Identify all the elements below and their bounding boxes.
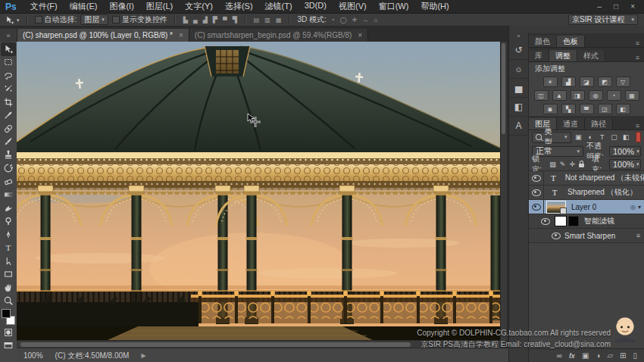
marquee-tool[interactable] <box>1 56 16 70</box>
foreground-color-swatch[interactable] <box>2 309 11 318</box>
tab-paths[interactable]: 路径 <box>585 118 613 130</box>
close-tab-icon[interactable]: × <box>358 31 362 39</box>
character-panel-icon[interactable]: A <box>509 117 528 136</box>
black-white-icon[interactable]: ◨ <box>571 90 585 101</box>
menu-item-window[interactable]: 窗口(W) <box>373 1 415 12</box>
link-layers-icon[interactable]: ∞ <box>557 351 562 360</box>
hand-tool[interactable] <box>1 281 16 295</box>
menu-item-filter[interactable]: 滤镜(T) <box>259 1 299 12</box>
menu-item-file[interactable]: 文件(F) <box>24 1 64 12</box>
zoom-tool[interactable] <box>1 295 16 308</box>
zoom-level-field[interactable]: 100% <box>23 351 43 360</box>
move-tool[interactable] <box>1 42 16 56</box>
opacity-dropdown[interactable]: 100%▾ <box>609 146 641 157</box>
menu-item-view[interactable]: 视图(V) <box>333 1 373 12</box>
layer-row-sharpened[interactable]: T Sharpened （锐化） <box>529 186 644 200</box>
smudge-tool[interactable] <box>1 201 16 215</box>
panel-menu-icon[interactable]: ≡ <box>636 122 644 130</box>
invert-icon[interactable]: ◙ <box>543 104 558 114</box>
align-bottom-edges-icon[interactable]: ▜ <box>232 17 238 23</box>
menu-item-select[interactable]: 选择(S) <box>219 1 259 12</box>
history-brush-tool[interactable] <box>1 162 16 176</box>
layer-thumbnail[interactable] <box>546 201 566 214</box>
brush-tool[interactable] <box>1 136 16 149</box>
layer-styles-icon[interactable]: fx <box>569 352 575 360</box>
filter-mask-thumbnail[interactable] <box>555 216 567 226</box>
tab-channels[interactable]: 通道 <box>557 118 585 130</box>
3d-scale-icon[interactable]: ⌂ <box>373 17 378 23</box>
dodge-tool[interactable] <box>1 215 16 229</box>
color-lookup-icon[interactable]: ▦ <box>625 90 639 101</box>
close-tab-icon[interactable]: × <box>179 31 183 39</box>
filter-type-layers-icon[interactable]: T <box>598 133 607 141</box>
tab-library[interactable]: 库 <box>529 50 549 61</box>
tab-adjustments[interactable]: 调整 <box>549 50 577 61</box>
vertical-scrollbar[interactable] <box>500 42 507 340</box>
tab-styles[interactable]: 样式 <box>577 50 605 61</box>
brightness-contrast-icon[interactable]: ☀ <box>543 76 558 87</box>
filter-smart-objects-icon[interactable]: ◧ <box>621 133 630 141</box>
distribute-center-icon[interactable]: ▥ <box>264 17 271 23</box>
eyedropper-tool[interactable] <box>1 109 16 123</box>
visibility-toggle[interactable] <box>539 214 552 228</box>
new-adjustment-layer-icon[interactable]: ◑ <box>596 351 600 360</box>
channel-mixer-icon[interactable]: ◔ <box>607 90 621 101</box>
visibility-toggle[interactable] <box>529 200 544 214</box>
menu-item-image[interactable]: 图像(I) <box>103 1 139 12</box>
auto-select-target-dropdown[interactable]: 图层▾ <box>80 14 108 25</box>
minimize-button[interactable]: – <box>598 2 602 11</box>
delete-layer-icon[interactable]: ▯ <box>633 351 637 360</box>
screen-mode-button[interactable] <box>1 339 16 353</box>
workspace-switcher[interactable]: 京SIR 设计课程▾ <box>568 14 638 25</box>
type-tool[interactable] <box>1 242 16 255</box>
horizontal-scrollbar-thumb[interactable] <box>20 342 411 347</box>
distribute-right-icon[interactable]: ▦ <box>275 17 283 23</box>
path-selection-tool[interactable] <box>1 254 16 268</box>
move-tool-preset[interactable]: ▾ <box>5 15 20 25</box>
visibility-toggle[interactable] <box>529 171 544 185</box>
info-panel-icon[interactable]: ◧ <box>509 98 528 117</box>
clone-stamp-tool[interactable] <box>1 148 16 162</box>
add-layer-mask-icon[interactable]: ▣ <box>582 351 589 360</box>
menu-item-3d[interactable]: 3D(D) <box>299 1 333 12</box>
quick-mask-button[interactable] <box>1 326 16 339</box>
filter-pixel-layers-icon[interactable]: ▣ <box>574 133 583 141</box>
exposure-icon[interactable]: ◩ <box>598 76 612 87</box>
tab-sharpen-psd[interactable]: (C) sharpen.psd @ 100% (Layer 0, RGB/8) … <box>17 29 189 42</box>
auto-select-checkbox[interactable]: 自动选择: <box>35 14 77 25</box>
expand-panels-icon[interactable]: « <box>517 33 520 41</box>
curves-icon[interactable]: ◪ <box>580 76 594 87</box>
smart-filter-disclosure-icon[interactable]: ◎ <box>630 204 636 211</box>
lock-transparent-pixels-icon[interactable]: ▨ <box>549 161 556 168</box>
histogram-panel-icon[interactable]: ▅ <box>509 79 528 98</box>
filter-blending-options-icon[interactable]: ≡ <box>636 232 644 239</box>
layer-row-layer0[interactable]: Layer 0 ◎ ▾ <box>529 200 644 214</box>
hue-saturation-icon[interactable]: ◫ <box>534 90 549 101</box>
layer-filter-kind-dropdown[interactable]: 类型 ▾ <box>532 132 571 143</box>
visibility-toggle[interactable] <box>550 229 562 242</box>
color-balance-icon[interactable]: ▲ <box>552 90 567 101</box>
menu-item-edit[interactable]: 编辑(E) <box>64 1 104 12</box>
gradient-tool[interactable] <box>1 189 16 202</box>
pen-tool[interactable] <box>1 228 16 242</box>
distribute-left-icon[interactable]: ▤ <box>253 17 261 23</box>
tab-smartsharpen-begin-psd[interactable]: (C) smartsharpen_begin.psd @ 59.4%(RGB/8… <box>189 29 368 42</box>
tab-color[interactable]: 颜色 <box>529 36 557 47</box>
selective-color-icon[interactable]: ◧ <box>616 104 630 114</box>
menu-item-layer[interactable]: 图层(L) <box>140 1 179 12</box>
photo-filter-icon[interactable]: ◍ <box>589 90 603 101</box>
lock-all-icon[interactable] <box>579 160 584 169</box>
close-button[interactable]: × <box>630 2 635 11</box>
panel-menu-icon[interactable]: ≡ <box>636 39 644 47</box>
align-top-edges-icon[interactable]: ▛ <box>212 17 218 23</box>
lasso-tool[interactable] <box>1 69 16 83</box>
visibility-toggle[interactable] <box>529 186 544 199</box>
maximize-button[interactable]: □ <box>614 2 618 11</box>
filter-adjustment-layers-icon[interactable]: ◐ <box>586 133 595 141</box>
lock-image-pixels-icon[interactable]: ✎ <box>559 161 566 168</box>
gradient-map-icon[interactable]: ◲ <box>598 104 612 114</box>
history-panel-icon[interactable]: ↺ <box>509 41 528 60</box>
collapse-smart-filters-icon[interactable]: ▾ <box>638 204 641 211</box>
foreground-background-swatches[interactable] <box>1 309 16 325</box>
document-canvas[interactable] <box>17 42 500 340</box>
